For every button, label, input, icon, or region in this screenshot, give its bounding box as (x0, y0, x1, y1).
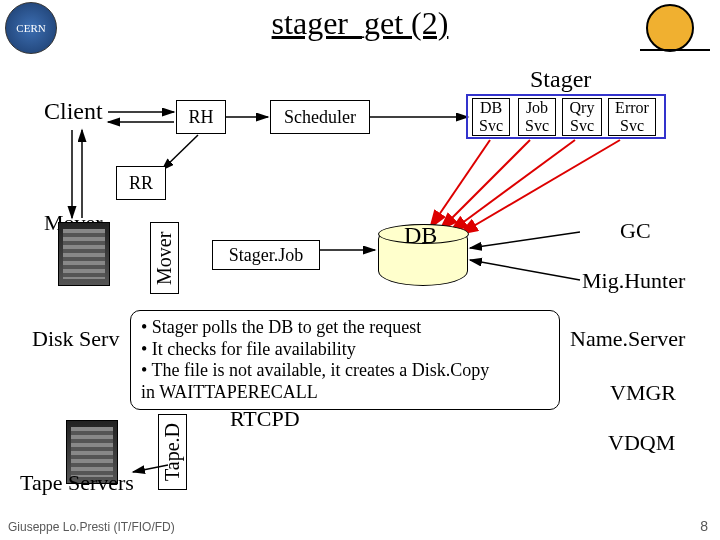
stagerjob-box: Stager.Job (212, 240, 320, 270)
rh-box: RH (176, 100, 226, 134)
disk-servers-label: Disk Serv (32, 326, 119, 352)
mascot-logo (646, 4, 694, 52)
callout-line-4: in WAITTAPERECALL (141, 382, 549, 404)
callout-line-1: • Stager polls the DB to get the request (141, 317, 549, 339)
job-svc-box: Job Svc (518, 98, 556, 136)
tape-servers-label: Tape Servers (20, 470, 134, 496)
rtcpd-label: RTCPD (230, 406, 300, 432)
scheduler-box: Scheduler (270, 100, 370, 134)
client-label: Client (44, 98, 103, 125)
error-svc-box: Error Svc (608, 98, 656, 136)
db-label: DB (404, 222, 437, 249)
logo-underline (640, 49, 710, 51)
vdqm-label: VDQM (608, 430, 675, 456)
cern-logo: CERN (5, 2, 57, 54)
qry-svc-box: Qry Svc (562, 98, 602, 136)
svg-line-8 (460, 140, 620, 234)
svg-line-9 (470, 232, 580, 248)
footer-author: Giuseppe Lo.Presti (IT/FIO/FD) (8, 520, 175, 534)
page-number: 8 (700, 518, 708, 534)
callout-box: • Stager polls the DB to get the request… (130, 310, 560, 410)
svg-line-10 (470, 260, 580, 280)
svg-line-4 (162, 135, 198, 170)
db-svc-box: DB Svc (472, 98, 510, 136)
svg-line-7 (450, 140, 575, 232)
callout-line-3: • The file is not available, it creates … (141, 360, 549, 382)
mighunter-label: Mig.Hunter (582, 268, 685, 294)
svg-line-6 (440, 140, 530, 230)
stager-heading: Stager (530, 66, 591, 93)
disk-server-image (58, 222, 110, 286)
rr-box: RR (116, 166, 166, 200)
callout-line-2: • It checks for file availability (141, 339, 549, 361)
gc-label: GC (620, 218, 651, 244)
slide-title: stager_get (2) (0, 5, 720, 42)
tape-vertical-box: Tape.D (158, 414, 187, 490)
svg-line-5 (430, 140, 490, 228)
mover-vertical-box: Mover (150, 222, 179, 294)
vmgr-label: VMGR (610, 380, 676, 406)
nameserver-label: Name.Server (570, 326, 685, 352)
